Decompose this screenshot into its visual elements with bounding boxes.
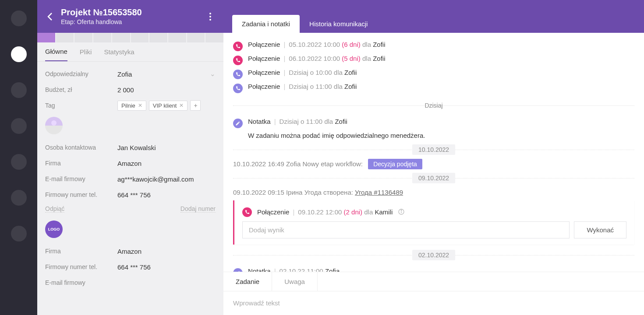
task-card: Połączenie|09.10.22 12:00 (2 dni) dla Ka… bbox=[233, 200, 634, 245]
phone-value[interactable]: 664 *** 756 bbox=[117, 191, 216, 199]
project-stage: Etap: Oferta handlowa bbox=[61, 18, 205, 25]
note-icon bbox=[233, 268, 243, 272]
main-header: Zadania i notatki Historia komunikacji bbox=[223, 0, 644, 33]
date-separator: 09.10.2022 bbox=[233, 172, 634, 184]
note-icon bbox=[233, 119, 243, 128]
email-label: E-mail firmowy bbox=[45, 175, 117, 182]
left-body: Odpowiedzialny Zofia ⌄ Budżet, zł 2 000 … bbox=[37, 62, 223, 315]
tab-main[interactable]: Główne bbox=[45, 42, 67, 61]
email-value[interactable]: ag***kawojcik@gmail.com bbox=[117, 175, 216, 183]
company2-value[interactable]: Amazon bbox=[117, 248, 216, 255]
info-icon[interactable] bbox=[398, 208, 405, 215]
tag-remove-icon[interactable]: ✕ bbox=[138, 102, 142, 108]
add-number-link[interactable]: Dodaj numer bbox=[180, 205, 216, 213]
note-body: W zadaniu można podać imię odpowiedzialn… bbox=[248, 132, 634, 139]
task-result-input[interactable] bbox=[242, 221, 570, 238]
kebab-menu-icon[interactable] bbox=[205, 11, 216, 22]
composer-tab-note[interactable]: Uwaga bbox=[272, 272, 318, 291]
nav-rail bbox=[0, 0, 37, 315]
workflow-event: 10.10.2022 16:49 Zofia Nowy etap workflo… bbox=[233, 160, 634, 168]
chevron-down-icon: ⌄ bbox=[210, 70, 216, 78]
feed-item-note[interactable]: Notatka|Dzisiaj o 11:00 dla Zofii bbox=[233, 116, 634, 130]
creation-event: 09.10.2022 09:15 Ірина Угода створена: У… bbox=[233, 189, 634, 196]
nav-item-0[interactable] bbox=[11, 10, 27, 26]
tab-files[interactable]: Pliki bbox=[80, 42, 92, 61]
feed-item[interactable]: Połączenie|05.10.2022 10:00 (6 dni) dla … bbox=[233, 39, 634, 53]
date-separator: Dzisiaj bbox=[233, 99, 634, 112]
feed: Połączenie|05.10.2022 10:00 (6 dni) dla … bbox=[223, 33, 644, 272]
stage-progress bbox=[37, 33, 223, 42]
phone-icon bbox=[233, 42, 243, 51]
composer-tab-task[interactable]: Zadanie bbox=[223, 272, 272, 291]
phone-icon bbox=[233, 56, 243, 65]
nav-item-5[interactable] bbox=[11, 190, 27, 206]
composer-input[interactable] bbox=[233, 299, 634, 307]
phone-icon bbox=[242, 207, 252, 217]
feed-item[interactable]: Połączenie|Dzisiaj o 11:00 dla Zofii bbox=[233, 81, 634, 95]
tab-stats[interactable]: Statystyka bbox=[104, 42, 134, 61]
nav-item-4[interactable] bbox=[11, 154, 27, 170]
email2-label: E-mail firmowy bbox=[45, 279, 117, 286]
tag-label: Tag bbox=[45, 102, 117, 109]
main-panel: Zadania i notatki Historia komunikacji P… bbox=[223, 0, 644, 315]
svg-point-0 bbox=[209, 13, 211, 14]
nav-item-3[interactable] bbox=[11, 118, 27, 134]
unpin-link[interactable]: Odpiąć bbox=[45, 205, 64, 213]
date-separator: 02.10.2022 bbox=[233, 249, 634, 261]
left-panel: Projekt №15653580 Etap: Oferta handlowa … bbox=[37, 0, 223, 315]
feed-item-note[interactable]: Notatka|02.10.22 11:00 Zofia bbox=[233, 266, 634, 272]
responsible-value: Zofia bbox=[117, 70, 132, 78]
phone-label: Firmowy numer tel. bbox=[45, 191, 117, 198]
svg-point-2 bbox=[209, 19, 211, 21]
phone2-value[interactable]: 664 *** 756 bbox=[117, 263, 216, 271]
back-arrow-icon[interactable] bbox=[45, 11, 56, 22]
contact-avatar[interactable] bbox=[45, 117, 63, 134]
composer bbox=[223, 291, 644, 315]
tag-remove-icon[interactable]: ✕ bbox=[179, 102, 184, 108]
budget-value[interactable]: 2 000 bbox=[117, 86, 216, 94]
tag-add-button[interactable]: + bbox=[190, 100, 201, 111]
left-tabs: Główne Pliki Statystyka bbox=[37, 42, 223, 62]
composer-tabs: Zadanie Uwaga bbox=[223, 272, 644, 291]
phone2-label: Firmowy numer tel. bbox=[45, 263, 117, 270]
feed-item[interactable]: Połączenie|06.10.2022 10:00 (5 dni) dla … bbox=[233, 53, 634, 67]
nav-item-1[interactable] bbox=[11, 46, 27, 62]
svg-point-1 bbox=[209, 16, 211, 18]
responsible-select[interactable]: Zofia ⌄ bbox=[117, 70, 216, 78]
phone-icon bbox=[233, 70, 243, 79]
tag-value: Pilnie✕ VIP klient✕ + bbox=[117, 100, 216, 111]
nav-item-6[interactable] bbox=[11, 226, 27, 242]
phone-icon bbox=[233, 84, 243, 93]
deal-link[interactable]: Угода #1136489 bbox=[355, 189, 403, 196]
contact-value[interactable]: Jan Kowalski bbox=[117, 144, 216, 151]
company-logo[interactable]: LOGO bbox=[45, 220, 63, 238]
company2-label: Firma bbox=[45, 248, 117, 255]
responsible-label: Odpowiedzialny bbox=[45, 70, 117, 77]
company-label: Firma bbox=[45, 160, 117, 167]
tag-chip-1[interactable]: VIP klient✕ bbox=[149, 101, 188, 111]
feed-item[interactable]: Połączenie|Dzisiaj o 10:00 dla Zofii bbox=[233, 67, 634, 81]
company-value[interactable]: Amazon bbox=[117, 160, 216, 167]
workflow-badge: Decyzja podjęta bbox=[368, 159, 422, 169]
left-header: Projekt №15653580 Etap: Oferta handlowa bbox=[37, 0, 223, 33]
date-separator: 10.10.2022 bbox=[233, 144, 634, 156]
svg-point-5 bbox=[401, 210, 402, 210]
tab-tasks-notes[interactable]: Zadania i notatki bbox=[232, 15, 300, 33]
budget-label: Budżet, zł bbox=[45, 86, 117, 93]
tab-history[interactable]: Historia komunikacji bbox=[300, 15, 377, 33]
task-complete-button[interactable]: Wykonać bbox=[574, 221, 626, 238]
tag-chip-0[interactable]: Pilnie✕ bbox=[117, 101, 146, 111]
nav-item-2[interactable] bbox=[11, 82, 27, 98]
project-title: Projekt №15653580 bbox=[61, 7, 205, 18]
contact-label: Osoba kontaktowa bbox=[45, 144, 117, 151]
